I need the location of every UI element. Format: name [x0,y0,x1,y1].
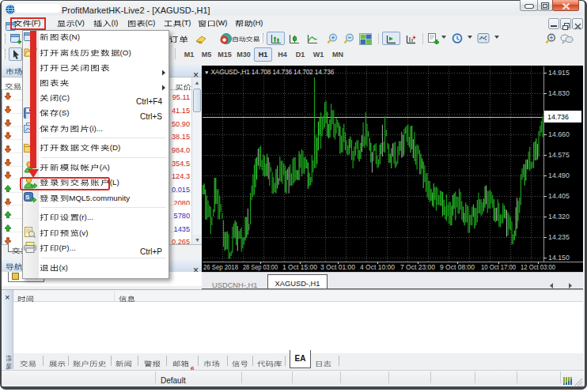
svg-text:28 Sep 03:00: 28 Sep 03:00 [243,263,278,271]
svg-text:S: S [25,194,30,201]
svg-text:14.736: 14.736 [547,113,569,121]
svg-text:14.150: 14.150 [548,254,570,262]
svg-text:14.235: 14.235 [548,233,570,241]
svg-text:▼ XAGUSD-,H1 14.708 14.736 14: ▼ XAGUSD-,H1 14.708 14.736 14.702 14.736 [204,68,335,76]
svg-text:14.830: 14.830 [548,89,570,97]
svg-text:1 Oct 15:00: 1 Oct 15:00 [282,263,317,271]
svg-text:14.575: 14.575 [548,151,570,159]
svg-text:10 Oct 17:00: 10 Oct 17:00 [481,263,516,271]
svg-text:3 Oct 01:00: 3 Oct 01:00 [320,263,355,271]
svg-text:14.490: 14.490 [548,172,570,179]
svg-text:12 Oct 03:00: 12 Oct 03:00 [521,263,555,271]
svg-text:7 Oct 23:00: 7 Oct 23:00 [400,263,435,271]
svg-text:4 Oct 10:00: 4 Oct 10:00 [360,263,395,271]
svg-text:14.660: 14.660 [548,130,570,138]
svg-text:26 Sep 2018: 26 Sep 2018 [203,263,238,271]
svg-text:14.915: 14.915 [548,69,570,77]
svg-text:14.405: 14.405 [548,192,570,200]
svg-text:9 Oct 08:00: 9 Oct 08:00 [440,263,475,271]
svg-text:14.320: 14.320 [548,213,570,220]
